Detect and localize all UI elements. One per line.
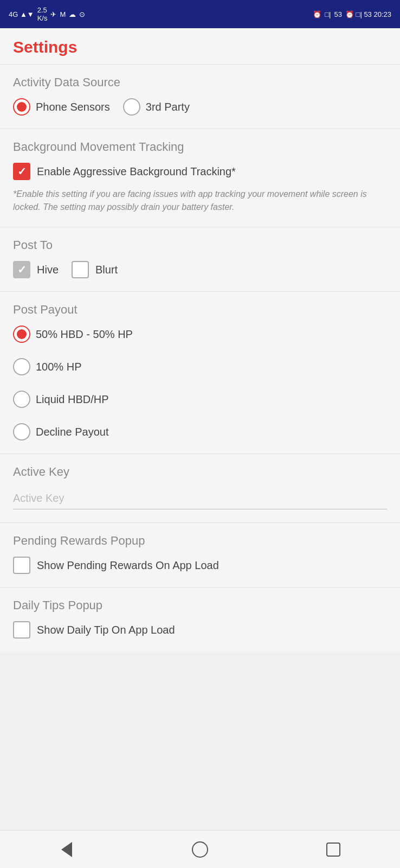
back-icon xyxy=(61,842,72,857)
signal-icon: 4G ▲▼ xyxy=(9,10,34,18)
active-key-input[interactable] xyxy=(13,488,387,509)
daily-tips-checkbox[interactable] xyxy=(13,621,30,639)
radio-50hbd-50hp-circle[interactable] xyxy=(13,326,30,343)
sync-icon: ⊙ xyxy=(79,10,85,18)
radio-decline-payout-label: Decline Payout xyxy=(36,426,109,438)
back-button[interactable] xyxy=(56,839,78,860)
daily-tips-title: Daily Tips Popup xyxy=(13,598,387,612)
radio-liquid-hbd[interactable]: Liquid HBD/HP xyxy=(13,391,387,408)
alarm-icon: ⏰ xyxy=(313,10,321,18)
page-title: Settings xyxy=(0,28,400,64)
section-post-payout: Post Payout 50% HBD - 50% HP 100% HP Liq… xyxy=(0,291,400,454)
section-activity-data-source: Activity Data Source Phone Sensors 3rd P… xyxy=(0,64,400,129)
section-background-movement: Background Movement Tracking Enable Aggr… xyxy=(0,129,400,227)
section-pending-rewards: Pending Rewards Popup Show Pending Rewar… xyxy=(0,522,400,587)
radio-decline-payout-circle[interactable] xyxy=(13,423,30,441)
activity-data-source-options: Phone Sensors 3rd Party xyxy=(13,98,387,116)
section-active-key: Active Key xyxy=(0,454,400,522)
checkbox-blurt[interactable]: Blurt xyxy=(72,261,118,278)
radio-100hp-label: 100% HP xyxy=(36,361,82,373)
blurt-label: Blurt xyxy=(95,264,118,276)
status-bar: 4G ▲▼ 2.5K/s ✈ M ☁ ⊙ ⏰ □| 53 ⏰ □| 53 20:… xyxy=(0,0,400,28)
radio-50hbd-50hp-label: 50% HBD - 50% HP xyxy=(36,328,133,341)
cloud-icon: ☁ xyxy=(69,10,76,18)
aggressive-tracking-note: *Enable this setting if you are facing i… xyxy=(13,188,387,214)
post-to-options: Hive Blurt xyxy=(13,261,387,278)
cast-icon: □| xyxy=(325,10,331,18)
checkbox-hive[interactable]: Hive xyxy=(13,261,59,278)
recent-icon xyxy=(326,843,340,857)
post-payout-title: Post Payout xyxy=(13,303,387,317)
post-payout-options: 50% HBD - 50% HP 100% HP Liquid HBD/HP D… xyxy=(13,326,387,441)
radio-100hp-circle[interactable] xyxy=(13,358,30,375)
radio-liquid-hbd-circle[interactable] xyxy=(13,391,30,408)
aggressive-tracking-label: Enable Aggressive Background Tracking* xyxy=(37,165,236,178)
section-daily-tips: Daily Tips Popup Show Daily Tip On App L… xyxy=(0,587,400,652)
daily-tips-label: Show Daily Tip On App Load xyxy=(37,624,175,636)
status-left: 4G ▲▼ 2.5K/s ✈ M ☁ ⊙ xyxy=(9,6,85,22)
email-icon: M xyxy=(60,10,66,18)
checkbox-aggressive-tracking[interactable]: Enable Aggressive Background Tracking* xyxy=(13,163,387,180)
radio-decline-payout[interactable]: Decline Payout xyxy=(13,423,387,441)
section-post-to: Post To Hive Blurt xyxy=(0,227,400,291)
home-icon xyxy=(192,841,208,858)
speed-indicator: 2.5K/s xyxy=(37,6,48,22)
status-right: ⏰ □| 53 ⏰ □| 53 20:23 xyxy=(313,10,391,18)
radio-third-party-circle[interactable] xyxy=(123,98,140,116)
radio-phone-sensors[interactable]: Phone Sensors xyxy=(13,98,110,116)
battery-indicator: 53 xyxy=(334,10,341,18)
activity-data-source-title: Activity Data Source xyxy=(13,75,387,90)
radio-third-party[interactable]: 3rd Party xyxy=(123,98,190,116)
aggressive-tracking-checkbox[interactable] xyxy=(13,163,30,180)
background-movement-title: Background Movement Tracking xyxy=(13,140,387,154)
radio-50hbd-50hp[interactable]: 50% HBD - 50% HP xyxy=(13,326,387,343)
radio-third-party-label: 3rd Party xyxy=(146,101,190,113)
radio-phone-sensors-circle[interactable] xyxy=(13,98,30,116)
hive-checkbox[interactable] xyxy=(13,261,30,278)
post-to-title: Post To xyxy=(13,238,387,252)
pending-rewards-title: Pending Rewards Popup xyxy=(13,534,387,548)
radio-liquid-hbd-label: Liquid HBD/HP xyxy=(36,393,109,406)
radio-100hp[interactable]: 100% HP xyxy=(13,358,387,375)
pending-rewards-label: Show Pending Rewards On App Load xyxy=(37,559,219,572)
bottom-nav xyxy=(0,830,400,868)
checkbox-pending-rewards[interactable]: Show Pending Rewards On App Load xyxy=(13,557,387,574)
time-display: ⏰ □| 53 20:23 xyxy=(345,10,391,18)
home-button[interactable] xyxy=(189,839,211,860)
hive-label: Hive xyxy=(37,264,59,276)
active-key-title: Active Key xyxy=(13,465,387,479)
checkbox-daily-tips[interactable]: Show Daily Tip On App Load xyxy=(13,621,387,639)
recent-button[interactable] xyxy=(322,839,344,860)
blurt-checkbox[interactable] xyxy=(72,261,89,278)
pending-rewards-checkbox[interactable] xyxy=(13,557,30,574)
bt-icon: ✈ xyxy=(50,10,56,18)
radio-phone-sensors-label: Phone Sensors xyxy=(36,101,110,113)
